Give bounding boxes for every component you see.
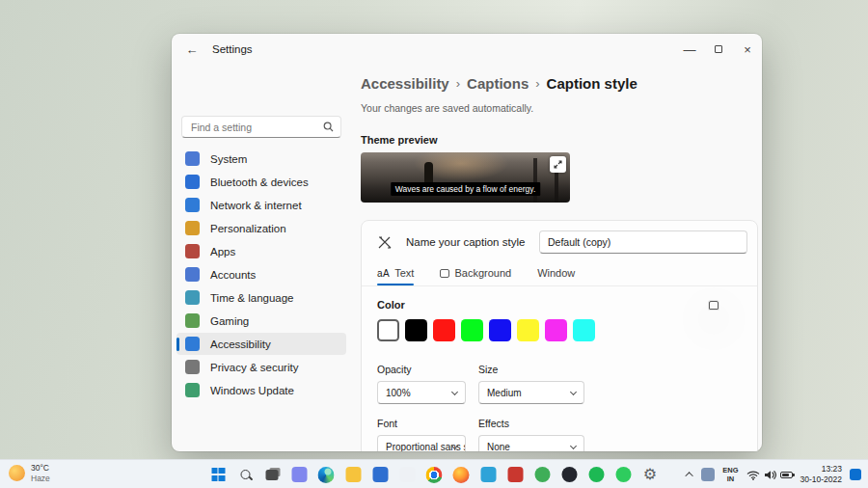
minimize-button[interactable]: —: [675, 34, 704, 65]
start-button[interactable]: [207, 464, 230, 486]
expand-preview-button[interactable]: [550, 156, 566, 173]
bluetooth-icon: [185, 175, 200, 189]
sidebar-item-windows-update[interactable]: Windows Update: [176, 379, 346, 401]
window-controls: — ×: [675, 34, 762, 65]
chrome-button[interactable]: [423, 464, 446, 486]
field-font: Font Proportional sans s...: [377, 418, 466, 451]
swatch-yellow[interactable]: [517, 319, 539, 341]
wifi-icon: [746, 470, 760, 480]
swatch-green[interactable]: [461, 319, 483, 341]
hidden-icons-chevron-icon[interactable]: [686, 472, 693, 479]
search-input[interactable]: [181, 116, 341, 138]
caption-style-card: Name your caption style aA Text Backgrou…: [361, 220, 758, 451]
green-app-button[interactable]: [531, 464, 554, 486]
task-view-button[interactable]: [261, 464, 284, 486]
whatsapp-icon: [615, 467, 631, 482]
close-button[interactable]: ×: [733, 34, 762, 65]
steam-button[interactable]: [558, 464, 581, 486]
tabs-bar: aA Text Background Window: [362, 262, 757, 285]
spotify-button[interactable]: [585, 464, 608, 486]
swatch-cyan[interactable]: [573, 319, 595, 341]
volume-icon: [764, 470, 776, 480]
windows-logo-icon: [211, 468, 225, 481]
swatch-white[interactable]: [377, 319, 399, 341]
search-box: [181, 116, 341, 138]
style-fields: Opacity 100% Size Medium: [362, 341, 757, 451]
sidebar-item-time-language[interactable]: Time & language: [176, 286, 346, 309]
apps-icon: [185, 244, 200, 258]
accessibility-icon: [185, 337, 200, 351]
network-icon: [185, 198, 200, 212]
edge-button[interactable]: [315, 464, 338, 486]
sidebar-item-network-internet[interactable]: Network & internet: [176, 194, 346, 216]
media-app-button[interactable]: [504, 464, 527, 486]
field-effects: Effects None: [478, 418, 584, 451]
tab-window[interactable]: Window: [537, 267, 575, 285]
font-select[interactable]: Proportional sans s...: [377, 435, 466, 451]
back-button[interactable]: ←: [177, 38, 206, 61]
sidebar-item-accounts[interactable]: Accounts: [176, 263, 346, 285]
swatch-magenta[interactable]: [545, 319, 567, 341]
clock-widget[interactable]: 13:23 30-10-2022: [800, 464, 842, 485]
taskbar: 30°C Haze ⚙ ENG: [0, 459, 868, 488]
color-swatches: [377, 319, 742, 341]
firefox-button[interactable]: [450, 464, 473, 486]
display-app-icon: [480, 467, 496, 482]
language-switcher[interactable]: ENG IN: [722, 466, 738, 484]
effects-select[interactable]: None: [478, 435, 584, 451]
preview-caption-text: Waves are caused by a flow of energy.: [391, 182, 541, 196]
sidebar-item-accessibility[interactable]: Accessibility: [176, 333, 346, 355]
windows-update-icon: [185, 383, 200, 397]
maximize-button[interactable]: [704, 34, 733, 65]
sidebar-item-gaming[interactable]: Gaming: [176, 310, 346, 332]
file-explorer-button[interactable]: [342, 464, 365, 486]
maximize-icon: [715, 45, 722, 53]
tab-background[interactable]: Background: [440, 267, 511, 285]
firefox-icon: [453, 467, 470, 483]
swatch-blue[interactable]: [489, 319, 511, 341]
sidebar-item-personalization[interactable]: Personalization: [176, 217, 346, 239]
store-button[interactable]: [369, 464, 392, 486]
whatsapp-button[interactable]: [612, 464, 635, 486]
weather-temperature: 30°C: [31, 463, 50, 474]
tray-app-icon[interactable]: [701, 468, 715, 481]
desktop: ← Settings — × System Bluetooth: [0, 0, 868, 488]
sidebar-item-apps[interactable]: Apps: [176, 240, 346, 262]
opacity-select[interactable]: 100%: [377, 381, 466, 404]
notifications-badge[interactable]: [850, 469, 861, 480]
chat-icon: [291, 467, 307, 482]
search-icon: [240, 470, 250, 479]
taskbar-search-button[interactable]: [234, 464, 257, 486]
pinned-app-button[interactable]: [396, 464, 419, 486]
spotify-icon: [588, 467, 604, 482]
name-caption-style-label: Name your caption style: [406, 236, 525, 248]
settings-window: ← Settings — × System Bluetooth: [172, 34, 762, 451]
preview-post: [533, 158, 537, 203]
tab-text[interactable]: aA Text: [377, 267, 414, 285]
breadcrumb-separator-icon: ›: [456, 76, 460, 91]
steam-icon: [561, 467, 577, 482]
settings-app-button[interactable]: ⚙: [639, 464, 662, 486]
breadcrumb: Accessibility › Captions › Caption style: [361, 75, 748, 92]
field-size: Size Medium: [478, 364, 584, 404]
green-app-icon: [534, 467, 550, 482]
swatch-black[interactable]: [405, 319, 427, 341]
color-label: Color: [377, 299, 742, 311]
tray-time: 13:23: [800, 464, 842, 474]
sidebar-item-privacy-security[interactable]: Privacy & security: [176, 356, 346, 378]
gear-icon: ⚙: [643, 467, 657, 482]
display-app-button[interactable]: [477, 464, 500, 486]
sidebar: System Bluetooth & devices Network & int…: [172, 65, 351, 451]
chat-button[interactable]: [288, 464, 311, 486]
weather-widget[interactable]: 30°C Haze: [9, 463, 50, 483]
caption-style-name-input[interactable]: [539, 230, 747, 254]
swatch-red[interactable]: [433, 319, 455, 341]
breadcrumb-captions[interactable]: Captions: [467, 75, 529, 92]
status-icons[interactable]: [746, 470, 793, 480]
sidebar-item-system[interactable]: System: [176, 148, 346, 170]
sidebar-item-bluetooth-devices[interactable]: Bluetooth & devices: [176, 171, 346, 193]
theme-preview-label: Theme preview: [361, 134, 748, 146]
size-select[interactable]: Medium: [478, 381, 584, 404]
text-tab-icon: aA: [377, 268, 390, 279]
breadcrumb-accessibility[interactable]: Accessibility: [361, 75, 449, 92]
